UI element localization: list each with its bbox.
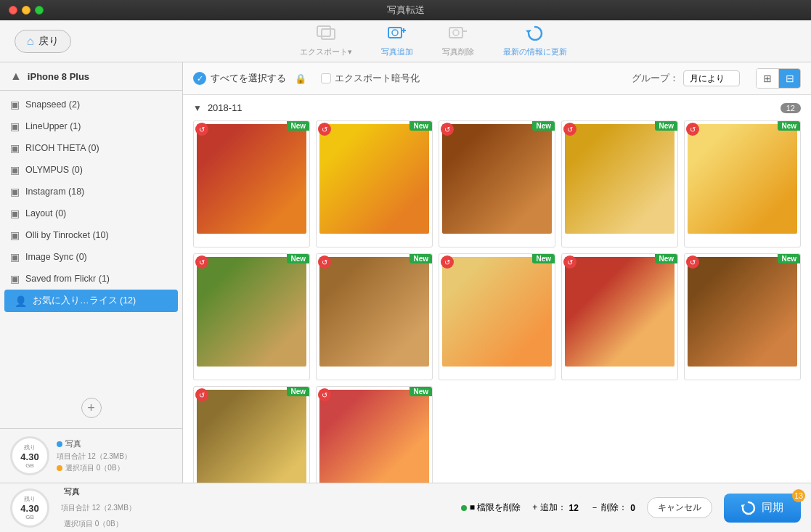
person-album-icon: 👤 <box>15 295 27 307</box>
photo-frame: ↺ New <box>316 386 433 483</box>
storage-remaining-label-bottom: 残り <box>24 495 36 503</box>
photo-cell-8[interactable]: ↺ New <box>439 253 555 380</box>
sidebar-item-instagram[interactable]: ▣ Instagram (18) <box>0 181 182 202</box>
sync-button[interactable]: 同期 13 <box>724 494 801 523</box>
sidebar-list: ▣ Snapseed (2) ▣ LineUpper (1) ▣ RICOH T… <box>0 91 182 388</box>
photo-frame: ↺ New <box>439 120 555 247</box>
sync-count-badge: 13 <box>792 489 805 502</box>
encrypt-control[interactable]: エクスポート暗号化 <box>321 73 420 85</box>
items-total-bottom: 項目合計 12（2.3MB） <box>61 503 136 513</box>
sidebar-item-flickr[interactable]: ▣ Saved from Flickr (1) <box>0 268 182 290</box>
grid-large-view-btn[interactable]: ⊞ <box>757 69 778 88</box>
add-album-button[interactable]: + <box>81 398 102 418</box>
month-label: 2018-11 <box>208 102 243 113</box>
photo-cell-6[interactable]: ↺ New <box>193 253 310 380</box>
photo-cell-5[interactable]: ↺ New <box>684 120 801 247</box>
maximize-button[interactable] <box>35 6 44 15</box>
select-all-control[interactable]: ✓ すべてを選択する <box>193 72 286 85</box>
storage-unit-bottom: GB <box>25 514 34 520</box>
photo-cell-7[interactable]: ↺ New <box>316 253 433 380</box>
photo-image-12 <box>319 390 429 483</box>
new-badge-6: New <box>287 254 309 263</box>
album-icon: ▣ <box>10 142 20 154</box>
add-label: + 追加： <box>532 502 566 514</box>
storage-details: 写真 項目合計 12（2.3MB） 選択項目 0（0B） <box>57 438 131 473</box>
sidebar-item-ricoh[interactable]: ▣ RICOH THETA (0) <box>0 137 182 159</box>
sidebar-item-snapseed[interactable]: ▣ Snapseed (2) <box>0 94 182 115</box>
add-photo-label: 写真追加 <box>381 46 413 57</box>
restore-icon-6: ↺ <box>195 255 208 269</box>
photo-frame: ↺ New <box>561 120 678 247</box>
photos-label-text: 写真 <box>65 438 81 449</box>
bottom-file-info: 写真 項目合計 12（2.3MB） 選択項目 0（0B） <box>61 486 136 529</box>
grid-small-view-btn[interactable]: ⊟ <box>778 69 800 88</box>
photo-cell-2[interactable]: ↺ New <box>316 120 433 247</box>
minimize-button[interactable] <box>22 6 30 15</box>
refresh-icon <box>526 25 545 45</box>
photo-cell-12[interactable]: ↺ New <box>316 386 433 483</box>
photo-cell-3[interactable]: ↺ New <box>439 120 555 247</box>
selection-row-bottom: 選択項目 0（0B） <box>61 519 136 529</box>
photo-frame: ↺ New <box>684 253 801 380</box>
sidebar-item-imagesync[interactable]: ▣ Image Sync (0) <box>0 246 182 268</box>
selection-text: 選択項目 0（0B） <box>65 463 124 473</box>
svg-rect-6 <box>449 28 462 38</box>
sidebar-item-olli[interactable]: ▣ Olli by Tinrocket (10) <box>0 224 182 246</box>
sidebar-item-lineupper[interactable]: ▣ LineUpper (1) <box>0 115 182 137</box>
sidebar-item-label: Saved from Flickr (1) <box>25 274 110 284</box>
restore-icon-10: ↺ <box>686 255 699 269</box>
photo-cell-1[interactable]: ↺ New <box>193 120 310 247</box>
storage-remaining-label: 残り <box>24 443 36 451</box>
sidebar-item-layout[interactable]: ▣ Layout (0) <box>0 202 182 224</box>
sidebar-item-label: お気に入り…ライス (12) <box>33 295 136 307</box>
add-stat: + 追加： 12 <box>532 502 579 514</box>
traffic-lights <box>9 6 44 15</box>
photo-cell-10[interactable]: ↺ New <box>684 253 801 380</box>
group-text: グループ： <box>632 73 679 85</box>
photo-frame: ↺ New <box>684 120 801 247</box>
encrypt-checkbox[interactable] <box>321 73 331 83</box>
restore-icon-4: ↺ <box>563 123 576 136</box>
bottom-bar: 残り 4.30 GB 写真 項目合計 12（2.3MB） 選択項目 0（0B） … <box>0 483 811 532</box>
refresh-button[interactable]: 最新の情報に更新 <box>503 25 567 57</box>
cancel-button[interactable]: キャンセル <box>647 497 712 518</box>
add-photo-button[interactable]: 写真追加 <box>381 25 413 57</box>
export-label: エクスポート▾ <box>300 46 352 57</box>
delete-photo-button[interactable]: 写真削除 <box>442 25 474 57</box>
new-badge-2: New <box>409 121 432 131</box>
photo-cell-4[interactable]: ↺ New <box>561 120 678 247</box>
photo-count-badge: 12 <box>781 103 801 113</box>
group-select[interactable]: 月により <box>683 70 740 86</box>
delete-count: 0 <box>630 503 635 513</box>
sidebar-footer: 残り 4.30 GB 写真 項目合計 12（2.3MB） 選択項目 0（0B） <box>0 428 182 483</box>
delete-limit-dot <box>461 505 467 511</box>
photo-image-4 <box>565 124 675 234</box>
photos-label-row: 写真 <box>57 438 131 449</box>
storage-gb-value: 4.30 <box>20 451 38 462</box>
selection-text-bottom: 選択項目 0（0B） <box>64 519 123 529</box>
album-icon: ▣ <box>10 164 20 176</box>
title-bar: 写真転送 <box>0 0 811 20</box>
photo-grid-container: ▼ 2018-11 12 ↺ New <box>183 95 811 483</box>
photo-frame: ↺ New <box>193 120 310 247</box>
sidebar-item-favorites[interactable]: 👤 お気に入り…ライス (12) <box>4 290 178 312</box>
svg-rect-0 <box>317 26 330 36</box>
close-button[interactable] <box>9 6 17 15</box>
photo-frame: ↺ New <box>193 386 310 483</box>
photo-cell-11[interactable]: ↺ New <box>193 386 310 483</box>
sidebar-item-label: LineUpper (1) <box>25 121 81 131</box>
items-total: 項目合計 12（2.3MB） <box>57 451 131 462</box>
photo-image-11 <box>197 390 306 483</box>
restore-icon-11: ↺ <box>195 388 208 401</box>
lock-icon: 🔒 <box>295 73 306 84</box>
storage-circle-bottom: 残り 4.30 GB <box>10 488 49 528</box>
sidebar-item-label: Olli by Tinrocket (10) <box>25 230 109 240</box>
select-all-label: すべてを選択する <box>211 73 286 85</box>
collapse-arrow[interactable]: ▼ <box>193 103 202 113</box>
sidebar-item-olympus[interactable]: ▣ OLYMPUS (0) <box>0 159 182 181</box>
back-button[interactable]: ⌂ 戻り <box>15 30 71 53</box>
restore-icon-3: ↺ <box>441 123 454 136</box>
export-button[interactable]: エクスポート▾ <box>300 25 352 57</box>
refresh-label: 最新の情報に更新 <box>503 46 567 57</box>
photo-cell-9[interactable]: ↺ New <box>561 253 678 380</box>
